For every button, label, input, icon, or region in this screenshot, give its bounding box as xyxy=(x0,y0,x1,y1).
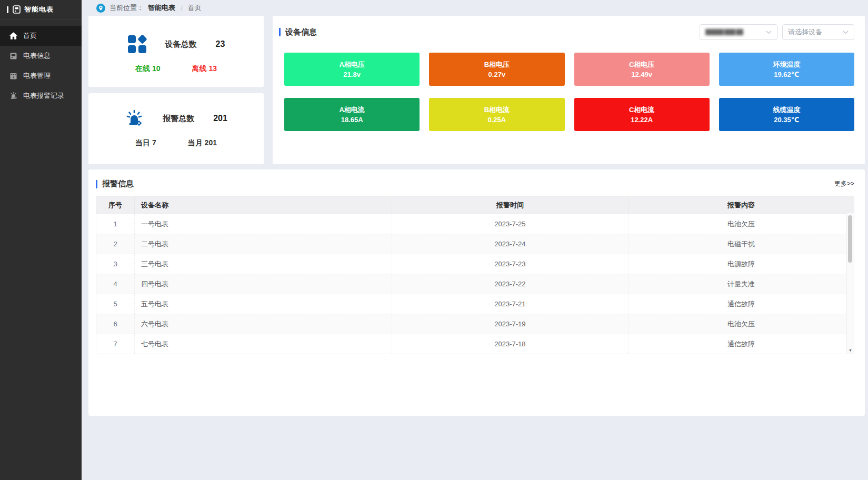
metric-tile-8: 线缆温度20.35℃ xyxy=(719,98,854,131)
alarm-total-value: 201 xyxy=(213,114,227,123)
device-total-label: 设备总数 xyxy=(165,39,197,49)
table-row: 6六号电表2023-7-19电池欠压 xyxy=(96,314,854,334)
tile-label: B相电压 xyxy=(484,59,510,69)
breadcrumb-separator: / xyxy=(181,4,183,12)
sidebar-item-label: 电表信息 xyxy=(23,51,51,61)
device-select[interactable]: 请选择设备 xyxy=(782,24,854,40)
cell-device-name: 七号电表 xyxy=(135,334,392,354)
cell-alarm-time: 2023-7-21 xyxy=(392,294,628,314)
alarm-period-row: 当日 7 当月 201 xyxy=(88,138,264,148)
alarm-today: 当日 7 xyxy=(135,138,156,148)
cell-index: 7 xyxy=(96,334,135,354)
offline-count: 离线 13 xyxy=(192,64,217,74)
more-link[interactable]: 更多>> xyxy=(834,179,854,188)
device-panel-title: 设备信息 xyxy=(285,27,317,37)
cell-alarm-time: 2023-7-23 xyxy=(392,254,628,274)
alarm-table-wrap: 序号 设备名称 报警时间 报警内容 1一号电表2023-7-25电池欠压2二号电… xyxy=(96,196,854,354)
cell-index: 5 xyxy=(96,294,135,314)
tile-label: B相电流 xyxy=(484,105,510,115)
alarm-info-panel: 报警信息 更多>> 序号 设备名称 报警时间 报警内容 1一号电表2023-7-… xyxy=(88,169,865,416)
sidebar-item-label: 电表管理 xyxy=(23,71,51,81)
tile-value: 0.25A xyxy=(488,115,506,125)
device-selectors: █████ ███ ██ 请选择设备 xyxy=(700,24,854,40)
sidebar-item-alarm-records[interactable]: 电表报警记录 xyxy=(0,86,82,106)
cell-device-name: 五号电表 xyxy=(135,294,392,314)
region-select[interactable]: █████ ███ ██ xyxy=(700,24,777,40)
alarm-panel-header: 报警信息 更多>> xyxy=(96,179,854,189)
cell-device-name: 六号电表 xyxy=(135,314,392,334)
main-content: 当前位置：智能电表 / 首页 设备总数 23 在线 10 离线 13 xyxy=(82,0,868,480)
cell-device-name: 三号电表 xyxy=(135,254,392,274)
scrollbar-thumb[interactable] xyxy=(848,215,852,263)
metric-tile-1: A相电压21.8v xyxy=(284,53,420,86)
top-section: 设备总数 23 在线 10 离线 13 xyxy=(88,16,865,164)
cell-alarm-content: 计量失准 xyxy=(628,274,854,294)
sidebar-item-meter-info[interactable]: 电表信息 xyxy=(0,46,82,66)
title-accent-bar xyxy=(279,28,281,36)
device-info-panel: 设备信息 █████ ███ ██ 请选择设备 xyxy=(273,16,865,164)
sidebar-menu: 首页 电表信息 电表管理 xyxy=(0,26,82,106)
table-row: 3三号电表2023-7-23电源故障 xyxy=(96,254,854,274)
app-title: 智能电表 xyxy=(24,5,54,14)
cell-alarm-time: 2023-7-22 xyxy=(392,274,628,294)
logo-bar-icon xyxy=(7,6,8,13)
breadcrumb: 当前位置：智能电表 / 首页 xyxy=(88,0,865,16)
sidebar-item-meter-manage[interactable]: 电表管理 xyxy=(0,66,82,86)
col-device-name: 设备名称 xyxy=(135,197,392,214)
cell-index: 1 xyxy=(96,214,135,234)
alarm-total-card: 报警总数 201 当日 7 当月 201 xyxy=(88,93,264,164)
tile-value: 19.62℃ xyxy=(774,69,799,79)
tile-label: A相电压 xyxy=(339,59,364,69)
sidebar-item-label: 首页 xyxy=(23,31,37,41)
cell-index: 4 xyxy=(96,274,135,294)
online-count: 在线 10 xyxy=(135,64,160,74)
sidebar-item-label: 电表报警记录 xyxy=(23,91,64,101)
breadcrumb-prefix: 当前位置： xyxy=(109,3,144,13)
cell-index: 6 xyxy=(96,314,135,334)
alarm-table: 序号 设备名称 报警时间 报警内容 1一号电表2023-7-25电池欠压2二号电… xyxy=(96,197,854,354)
metric-tile-7: C相电流12.22A xyxy=(574,98,710,131)
table-row: 1一号电表2023-7-25电池欠压 xyxy=(96,214,854,234)
alarm-month: 当月 201 xyxy=(188,138,217,148)
region-select-value: █████ ███ ██ xyxy=(705,29,743,35)
stat-cards-column: 设备总数 23 在线 10 离线 13 xyxy=(88,16,264,164)
col-index: 序号 xyxy=(96,197,135,214)
metric-tile-6: B相电流0.25A xyxy=(429,98,564,131)
tile-value: 18.65A xyxy=(341,115,363,125)
cell-device-name: 一号电表 xyxy=(135,214,392,234)
table-row: 2二号电表2023-7-24电磁干扰 xyxy=(96,234,854,254)
app-logo: 智能电表 xyxy=(0,0,82,19)
title-accent-bar xyxy=(96,180,97,188)
metric-tile-5: A相电流18.65A xyxy=(284,98,420,131)
tile-label: 环境温度 xyxy=(773,59,800,69)
chevron-down-icon xyxy=(766,31,772,34)
alarm-total-label: 报警总数 xyxy=(163,114,194,124)
device-status-row: 在线 10 离线 13 xyxy=(88,64,264,74)
breadcrumb-current: 首页 xyxy=(188,3,202,13)
breadcrumb-app[interactable]: 智能电表 xyxy=(148,3,175,13)
cell-index: 3 xyxy=(96,254,135,274)
siren-icon xyxy=(125,109,144,128)
cell-alarm-content: 电池欠压 xyxy=(628,314,854,334)
device-total-value: 23 xyxy=(216,39,225,49)
tile-value: 12.22A xyxy=(631,115,653,125)
meter-info-icon xyxy=(9,53,17,59)
cell-alarm-time: 2023-7-25 xyxy=(392,214,628,234)
table-scrollbar[interactable]: ▼ xyxy=(846,213,854,354)
table-header-row: 序号 设备名称 报警时间 报警内容 xyxy=(96,197,854,214)
table-row: 5五号电表2023-7-21通信故障 xyxy=(96,294,854,314)
tile-label: A相电流 xyxy=(339,105,364,115)
scrollbar-down-arrow[interactable]: ▼ xyxy=(847,347,854,354)
cell-alarm-content: 电源故障 xyxy=(628,254,854,274)
sidebar-item-home[interactable]: 首页 xyxy=(0,26,82,46)
tile-label: 线缆温度 xyxy=(773,105,800,115)
home-icon xyxy=(9,32,17,39)
smart-meter-logo-icon xyxy=(12,5,21,14)
cell-alarm-content: 电池欠压 xyxy=(628,214,854,234)
alarm-panel-title: 报警信息 xyxy=(102,179,134,189)
table-row: 4四号电表2023-7-22计量失准 xyxy=(96,274,854,294)
tile-value: 21.8v xyxy=(343,69,361,79)
tile-value: 0.27v xyxy=(488,69,506,79)
col-alarm-time: 报警时间 xyxy=(392,197,628,214)
cell-alarm-time: 2023-7-18 xyxy=(392,334,628,354)
